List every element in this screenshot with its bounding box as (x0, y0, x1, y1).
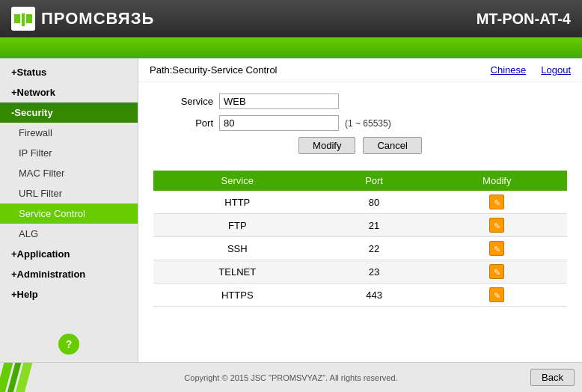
cell-port: 22 (322, 237, 427, 260)
help-button[interactable]: ? (58, 334, 79, 355)
cell-service: HTTPS (153, 284, 322, 307)
edit-icon[interactable]: ✎ (489, 287, 504, 302)
sidebar-item-ip-filter[interactable]: IP Filter (0, 143, 138, 163)
nav-bar (0, 37, 582, 58)
back-button[interactable]: Back (530, 369, 575, 386)
form-area: Service Port (1 ~ 65535) Modify Cancel (138, 82, 582, 171)
cell-service: HTTP (153, 191, 322, 214)
service-label: Service (153, 96, 213, 107)
cell-service: FTP (153, 214, 322, 237)
cell-service: SSH (153, 237, 322, 260)
sidebar-item-network[interactable]: +Network (0, 82, 138, 102)
logo-area: ПРОМСВЯЗЬ (11, 7, 154, 31)
svg-rect-2 (26, 14, 32, 23)
sidebar-item-administration[interactable]: +Administration (0, 264, 138, 284)
svg-point-3 (21, 9, 25, 13)
cell-modify: ✎ (427, 284, 567, 307)
device-name: MT-PON-AT-4 (477, 10, 571, 28)
table-row: TELNET23✎ (153, 260, 567, 284)
svg-rect-0 (14, 14, 20, 23)
chinese-link[interactable]: Chinese (491, 64, 527, 76)
footer: Copyright © 2015 JSC "PROMSVYAZ". All ri… (0, 362, 582, 392)
table-body: HTTP80✎FTP21✎SSH22✎TELNET23✎HTTPS443✎ (153, 191, 567, 307)
cell-modify: ✎ (427, 260, 567, 284)
port-label: Port (153, 117, 213, 129)
path-bar: Path:Security-Service Control Chinese Lo… (138, 58, 582, 82)
path-links: Chinese Logout (491, 64, 571, 76)
breadcrumb: Path:Security-Service Control (150, 64, 278, 76)
table-header: Service Port Modify (153, 171, 567, 191)
col-modify: Modify (427, 171, 567, 191)
table-row: FTP21✎ (153, 214, 567, 237)
sidebar-item-alg[interactable]: ALG (0, 224, 138, 244)
sidebar-item-url-filter[interactable]: URL Filter (0, 183, 138, 203)
copyright-text: Copyright © 2015 JSC "PROMSVYAZ". All ri… (184, 373, 397, 382)
edit-icon[interactable]: ✎ (489, 241, 504, 256)
port-hint: (1 ~ 65535) (345, 118, 391, 129)
service-input[interactable] (219, 94, 339, 109)
col-service: Service (153, 171, 322, 191)
cell-port: 443 (322, 284, 427, 307)
main-layout: +Status+Network-SecurityFirewallIP Filte… (0, 58, 582, 362)
cell-service: TELNET (153, 260, 322, 284)
col-port: Port (322, 171, 427, 191)
cell-port: 21 (322, 214, 427, 237)
cell-modify: ✎ (427, 214, 567, 237)
logo-text: ПРОМСВЯЗЬ (41, 9, 154, 28)
sidebar-item-application[interactable]: +Application (0, 244, 138, 264)
content-area: Path:Security-Service Control Chinese Lo… (138, 58, 582, 362)
footer-decoration (0, 363, 28, 393)
cell-port: 23 (322, 260, 427, 284)
sidebar-item-security[interactable]: -Security (0, 102, 138, 123)
service-row: Service (153, 94, 567, 109)
modify-button[interactable]: Modify (298, 137, 355, 154)
sidebar-item-firewall[interactable]: Firewall (0, 123, 138, 143)
cell-modify: ✎ (427, 191, 567, 214)
cell-port: 80 (322, 191, 427, 214)
sidebar-item-help[interactable]: +Help (0, 284, 138, 304)
edit-icon[interactable]: ✎ (489, 264, 504, 279)
form-buttons: Modify Cancel (153, 137, 567, 154)
edit-icon[interactable]: ✎ (489, 218, 504, 233)
sidebar-item-service-control[interactable]: Service Control (0, 203, 138, 224)
cancel-button[interactable]: Cancel (363, 137, 421, 154)
table-row: SSH22✎ (153, 237, 567, 260)
sidebar-item-status[interactable]: +Status (0, 62, 138, 82)
cell-modify: ✎ (427, 237, 567, 260)
edit-icon[interactable]: ✎ (489, 195, 504, 209)
logout-link[interactable]: Logout (541, 64, 571, 76)
table-row: HTTPS443✎ (153, 284, 567, 307)
logo-icon (11, 7, 35, 31)
service-table: Service Port Modify HTTP80✎FTP21✎SSH22✎T… (153, 171, 567, 307)
header: ПРОМСВЯЗЬ MT-PON-AT-4 (0, 0, 582, 37)
sidebar: +Status+Network-SecurityFirewallIP Filte… (0, 58, 138, 362)
port-input[interactable] (219, 115, 339, 131)
port-row: Port (1 ~ 65535) (153, 115, 567, 131)
sidebar-item-mac-filter[interactable]: MAC Filter (0, 163, 138, 183)
table-row: HTTP80✎ (153, 191, 567, 214)
